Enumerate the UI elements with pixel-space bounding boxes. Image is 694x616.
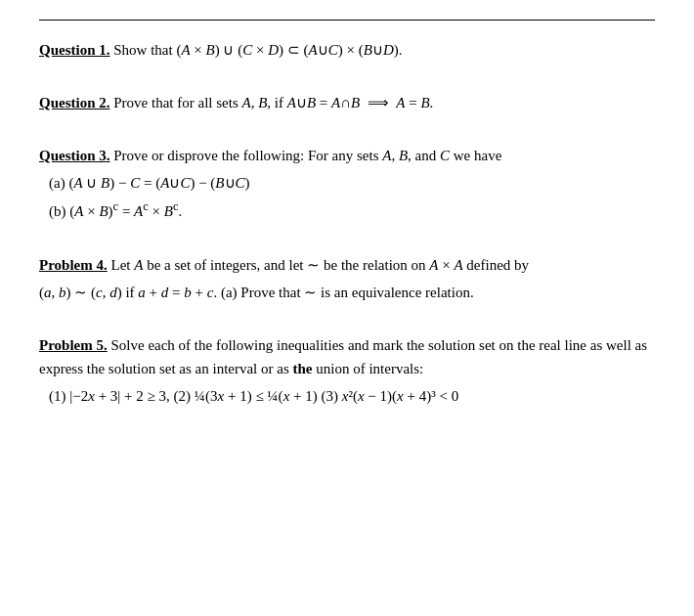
problem-4-body-2: (a, b) ∼ (c, d) if a + d = b + c. (a) Pr… xyxy=(39,281,655,304)
question-1-text: Question 1. Show that (A × B) ∪ (C × D) … xyxy=(39,38,655,62)
top-divider xyxy=(39,20,655,21)
problem-5-text: Problem 5. Solve each of the following i… xyxy=(39,333,655,380)
problem-5-body: Solve each of the following inequalities… xyxy=(39,337,647,376)
question-3-label: Question 3. xyxy=(39,148,110,163)
question-1-body: Show that (A × B) ∪ (C × D) ⊂ (A∪C) × (B… xyxy=(113,42,402,58)
problem-5-items: (1) |−2x + 3| + 2 ≥ 3, (2) ¼(3x + 1) ≤ ¼… xyxy=(49,384,655,410)
question-2-block: Question 2. Prove that for all sets A, B… xyxy=(39,91,655,114)
question-3-sub-b: (b) (A × B)c = Ac × Bc. xyxy=(49,197,655,225)
problem-4-label: Problem 4. xyxy=(39,257,108,273)
problem-4-body: Let A be a set of integers, and let ∼ be… xyxy=(110,257,529,273)
problem-4-block: Problem 4. Let A be a set of integers, a… xyxy=(39,253,655,304)
question-2-label: Question 2. xyxy=(39,95,110,110)
problem-5-block: Problem 5. Solve each of the following i… xyxy=(39,333,655,410)
question-1-block: Question 1. Show that (A × B) ∪ (C × D) … xyxy=(39,38,655,62)
question-2-text: Question 2. Prove that for all sets A, B… xyxy=(39,91,655,114)
question-3-block: Question 3. Prove or disprove the follow… xyxy=(39,144,655,224)
problem-4-text: Problem 4. Let A be a set of integers, a… xyxy=(39,253,655,277)
question-3-text: Question 3. Prove or disprove the follow… xyxy=(39,144,655,167)
question-3-sub-a: (a) (A ∪ B) − C = (A∪C) − (B∪C) xyxy=(49,171,655,197)
problem-5-label: Problem 5. xyxy=(39,337,108,353)
question-3-body: Prove or disprove the following: For any… xyxy=(113,148,501,163)
question-2-body: Prove that for all sets A, B, if A∪B = A… xyxy=(113,95,433,110)
question-1-label: Question 1. xyxy=(39,42,110,58)
